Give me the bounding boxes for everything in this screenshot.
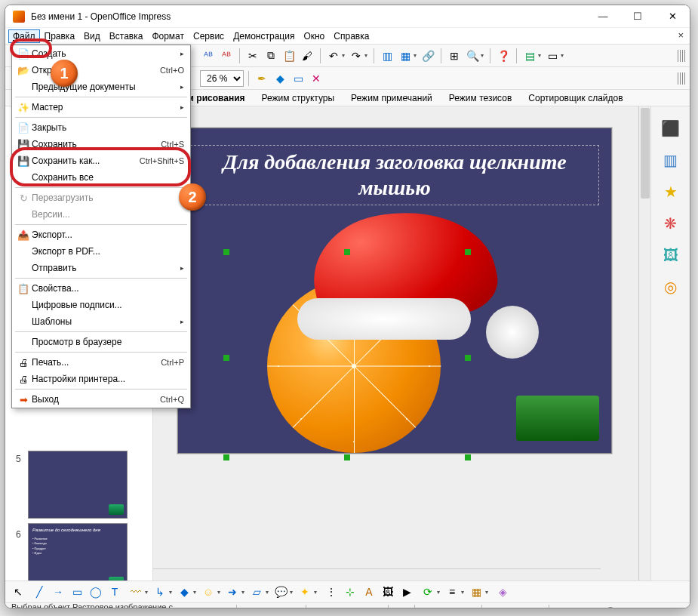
menu-exit[interactable]: ➡ВыходCtrl+Q xyxy=(12,391,190,408)
text-tool-icon[interactable]: T xyxy=(106,584,123,600)
slide-canvas[interactable]: Для добавления заголовка щелкните мышью xyxy=(177,128,612,454)
tab-outline[interactable]: Режим структуры xyxy=(254,91,343,106)
table-icon[interactable]: ▦ xyxy=(397,48,414,64)
masters-icon[interactable]: ▥ xyxy=(660,149,682,171)
menu-send[interactable]: Отправить▸ xyxy=(12,260,190,276)
slide-thumb-6[interactable]: Развитие до сегодняшнего дня • Развитие•… xyxy=(28,523,128,581)
paste-icon[interactable]: 📋 xyxy=(281,48,297,64)
select-tool-icon[interactable]: ↖ xyxy=(10,584,26,600)
align-icon[interactable]: ≡ xyxy=(444,584,460,600)
arrow-tool-icon[interactable]: → xyxy=(50,584,66,600)
menu-printer[interactable]: 🖨Настройки принтера... xyxy=(12,371,190,387)
stars-icon[interactable]: ✦ xyxy=(297,584,313,600)
sel-handle[interactable] xyxy=(465,355,471,361)
format-paint-icon[interactable]: 🖌 xyxy=(299,48,315,64)
toolbar-grip-2[interactable] xyxy=(678,72,685,85)
spellcheck-icon[interactable]: ᴬᴮ xyxy=(200,48,217,64)
copy-icon[interactable]: ⧉ xyxy=(263,48,279,64)
sel-handle[interactable] xyxy=(344,249,350,255)
menu-templates[interactable]: Шаблоны▸ xyxy=(12,313,190,330)
close-button[interactable]: ✕ xyxy=(655,5,690,28)
sel-handle[interactable] xyxy=(344,454,350,460)
redo-icon[interactable]: ↷ xyxy=(348,48,364,64)
menu-versions[interactable]: Версии... xyxy=(12,206,190,223)
autospell-icon[interactable]: ᴬᴮ xyxy=(218,48,235,64)
cut-icon[interactable]: ✂ xyxy=(244,48,261,64)
menu-insert[interactable]: Вставка xyxy=(105,29,148,43)
crop-icon[interactable]: ▭ xyxy=(290,70,306,87)
menu-preview[interactable]: Просмотр в браузере xyxy=(12,334,190,350)
line-tool-icon[interactable]: ╱ xyxy=(31,584,48,600)
connector-icon[interactable]: ↳ xyxy=(152,584,168,600)
menu-file[interactable]: Файл xyxy=(8,29,40,43)
menu-tools[interactable]: Сервис xyxy=(189,29,229,43)
chart-icon[interactable]: ▥ xyxy=(379,48,395,64)
menu-format[interactable]: Формат xyxy=(147,29,189,43)
rotate-icon[interactable]: ⟳ xyxy=(420,584,436,600)
tab-notes[interactable]: Режим примечаний xyxy=(343,91,441,106)
menu-recent[interactable]: Предыдущие документы▸ xyxy=(12,79,190,95)
navigator-side-icon[interactable]: ◎ xyxy=(660,276,682,298)
minimize-button[interactable]: — xyxy=(586,5,620,28)
menu-slideshow[interactable]: Демонстрация xyxy=(229,29,299,43)
symbol-shapes-icon[interactable]: ☺ xyxy=(200,584,217,600)
animation-icon[interactable]: ★ xyxy=(660,180,682,203)
fontwork-icon[interactable]: A xyxy=(361,584,377,600)
selected-image[interactable] xyxy=(252,211,539,453)
menu-saveas[interactable]: 💾Сохранить как...Ctrl+Shift+S xyxy=(12,152,190,169)
menu-print[interactable]: 🖨Печать...Ctrl+P xyxy=(12,354,190,371)
arrange-icon[interactable]: ▦ xyxy=(468,584,484,600)
menu-export[interactable]: 📤Экспорт... xyxy=(12,226,190,243)
menu-edit[interactable]: Правка xyxy=(40,29,80,43)
from-file-icon[interactable]: 🖼 xyxy=(380,584,396,600)
basic-shapes-icon[interactable]: ◆ xyxy=(176,584,192,600)
glue-points-icon[interactable]: ⊹ xyxy=(342,584,358,600)
menu-wizard[interactable]: ✨Мастер▸ xyxy=(12,99,190,116)
sel-handle[interactable] xyxy=(223,454,229,460)
menu-new[interactable]: 📄Создать▸ xyxy=(12,45,190,62)
maximize-button[interactable]: ☐ xyxy=(620,5,655,28)
menu-properties[interactable]: 📋Свойства... xyxy=(12,280,190,297)
effects-icon[interactable]: ✕ xyxy=(308,70,324,87)
sel-handle[interactable] xyxy=(465,249,471,255)
gallery-side-icon[interactable]: 🖼 xyxy=(660,244,682,266)
properties-icon[interactable]: ⬛ xyxy=(660,117,682,140)
transition-icon[interactable]: ❋ xyxy=(660,212,682,235)
pen-icon[interactable]: ✒ xyxy=(254,70,270,87)
slideshow-icon[interactable]: ▭ xyxy=(544,48,561,64)
menu-help[interactable]: Справка xyxy=(329,29,374,43)
horizontal-scrollbar[interactable] xyxy=(153,568,601,581)
hyperlink-icon[interactable]: 🔗 xyxy=(420,48,436,64)
zoom-select[interactable]: 26 % xyxy=(200,70,244,87)
menu-open[interactable]: 📂Открыть...Ctrl+O xyxy=(12,62,190,79)
menu-close[interactable]: 📄Закрыть xyxy=(12,119,190,136)
extrusion-icon[interactable]: ◈ xyxy=(494,584,511,600)
flowchart-icon[interactable]: ▱ xyxy=(248,584,265,600)
points-icon[interactable]: ⋮ xyxy=(323,584,340,600)
navigator-icon[interactable]: ⊞ xyxy=(446,48,463,64)
help-icon[interactable]: ❓ xyxy=(495,48,512,64)
zoom-slider[interactable]: ⊖⊕ xyxy=(549,605,684,608)
slide-thumb-5[interactable] xyxy=(28,451,128,519)
menu-saveall[interactable]: Сохранить все xyxy=(12,169,190,186)
menu-digsig[interactable]: Цифровые подписи... xyxy=(12,297,190,313)
vertical-scrollbar[interactable] xyxy=(638,106,650,581)
block-arrows-icon[interactable]: ➜ xyxy=(224,584,241,600)
toolbar-grip[interactable] xyxy=(678,50,685,62)
sel-handle[interactable] xyxy=(223,355,229,361)
menu-save[interactable]: 💾СохранитьCtrl+S xyxy=(12,136,190,152)
zoom-icon[interactable]: 🔍 xyxy=(464,48,481,64)
glue-icon[interactable]: ◆ xyxy=(272,70,288,87)
tab-sorter[interactable]: Сортировщик слайдов xyxy=(520,91,631,106)
menu-window[interactable]: Окно xyxy=(299,29,329,43)
sel-handle[interactable] xyxy=(465,454,471,460)
menu-view[interactable]: Вид xyxy=(79,29,105,43)
undo-icon[interactable]: ↶ xyxy=(325,48,342,64)
menu-exportpdf[interactable]: Экспорт в PDF... xyxy=(12,243,190,260)
menu-reload[interactable]: ↻Перезагрузить xyxy=(12,189,190,206)
doc-close-icon[interactable]: × xyxy=(678,29,684,41)
ellipse-tool-icon[interactable]: ◯ xyxy=(88,584,104,600)
callout-icon[interactable]: 💬 xyxy=(272,584,289,600)
sel-handle[interactable] xyxy=(223,249,229,255)
curve-icon[interactable]: 〰 xyxy=(128,584,144,600)
